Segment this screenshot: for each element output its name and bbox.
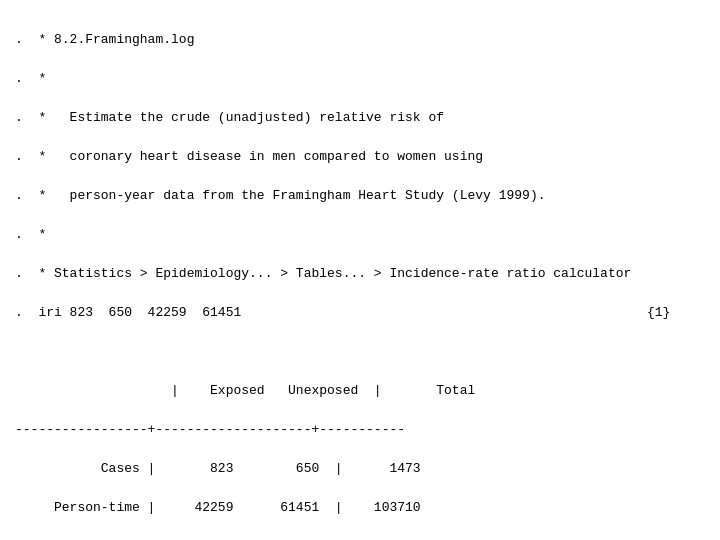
line-1: . * 8.2.Framingham.log: [15, 32, 194, 47]
table-header: | Exposed Unexposed | Total: [15, 383, 475, 398]
line-6: . *: [15, 227, 46, 242]
person-time-row: Person-time | 42259 61451 | 103710: [15, 500, 421, 515]
terminal-output: . * 8.2.Framingham.log . * . * Estimate …: [15, 10, 705, 540]
line-4: . * coronary heart disease in men compar…: [15, 149, 483, 164]
cases-row: Cases | 823 650 | 1473: [15, 461, 421, 476]
line-5: . * person-year data from the Framingham…: [15, 188, 546, 203]
line-2: . *: [15, 71, 46, 86]
line-7: . * Statistics > Epidemiology... > Table…: [15, 266, 631, 281]
table-divider-1: -----------------+--------------------+-…: [15, 422, 405, 437]
line-3: . * Estimate the crude (unadjusted) rela…: [15, 110, 444, 125]
line-8: . iri 823 650 42259 61451 {1}: [15, 305, 670, 320]
